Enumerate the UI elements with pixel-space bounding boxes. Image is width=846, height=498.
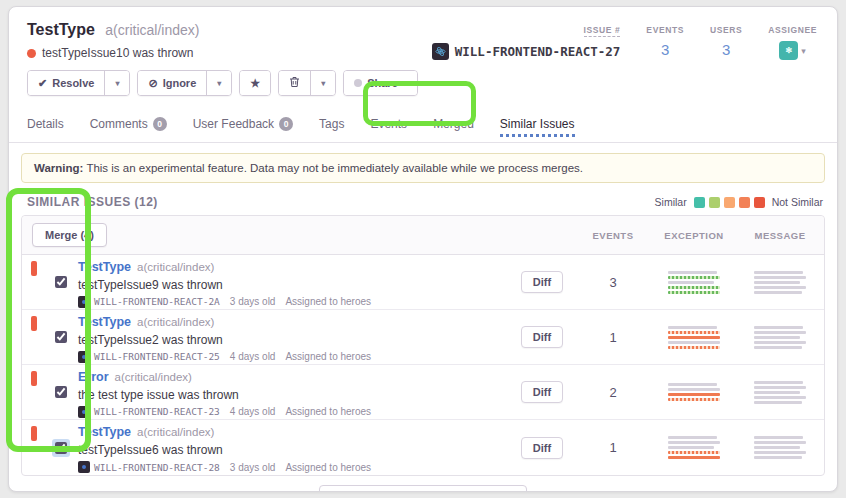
similar-issues-section-header: SIMILAR ISSUES (12) Similar Not Similar <box>27 195 823 209</box>
issue-short-id: WILL-FRONTEND-REACT-27 <box>432 43 621 60</box>
project-icon <box>78 296 90 308</box>
merge-button[interactable]: Merge (4) <box>32 223 107 247</box>
delete-dropdown-button[interactable]: ▾ <box>310 71 335 95</box>
exception-similarity-spectrum <box>668 326 720 349</box>
message-column-header: MESSAGE <box>736 230 824 241</box>
users-count[interactable]: 3 <box>722 41 730 58</box>
issue-message: testTypeIssue9 was thrown <box>78 278 510 292</box>
ignore-button[interactable]: ⊘ Ignore <box>138 71 206 95</box>
events-count: 2 <box>574 385 652 400</box>
exception-column-header: EXCEPTION <box>652 230 736 241</box>
similar-issue-row: TestTypea(critical/index) testTypeIssue9… <box>22 255 824 310</box>
exception-similarity-spectrum <box>668 271 720 294</box>
message-similarity-spectrum <box>754 326 806 349</box>
ignore-dropdown-button[interactable]: ▾ <box>206 71 231 95</box>
project-icon <box>78 406 90 418</box>
tab-similar-issues[interactable]: Similar Issues <box>500 108 575 142</box>
chevron-down-icon: ▾ <box>217 79 221 88</box>
error-level-bar <box>31 261 37 276</box>
issue-link[interactable]: TestType <box>78 425 131 439</box>
check-icon: ✔ <box>38 78 47 89</box>
issue-link[interactable]: TestType <box>78 260 131 274</box>
similar-issue-row: Errora(critical/index) the test type iss… <box>22 365 824 420</box>
assignee-avatar: ✻ <box>779 41 798 60</box>
chevron-down-icon: ▾ <box>115 79 119 88</box>
experimental-warning-banner: Warning: This is an experimental feature… <box>21 153 825 183</box>
assignee-label: ASSIGNEE <box>768 25 817 35</box>
issue-message: testTypeIssue6 was thrown <box>78 443 510 457</box>
project-icon <box>78 351 90 363</box>
select-issue-checkbox[interactable] <box>55 276 67 288</box>
issue-header: TestType a(critical/index) testTypeIssue… <box>9 7 837 60</box>
issue-stats: ISSUE # WILL-FRONTEND-REACT-27 EVENTS 3 … <box>432 21 819 60</box>
message-similarity-spectrum <box>754 271 806 294</box>
similar-issue-row: TestTypea(critical/index) testTypeIssue6… <box>22 420 824 475</box>
events-label: EVENTS <box>646 25 684 35</box>
assignee-selector[interactable]: ✻ ▾ <box>779 41 806 60</box>
tab-comments[interactable]: Comments0 <box>90 108 167 142</box>
error-level-bar <box>31 316 37 331</box>
issue-culprit: a(critical/index) <box>105 22 199 38</box>
select-issue-checkbox[interactable] <box>55 442 67 454</box>
similar-issue-row: TestTypea(critical/index) testTypeIssue2… <box>22 310 824 365</box>
events-count: 1 <box>574 330 652 345</box>
issue-short-id: WILL-FRONTEND-REACT-28 <box>78 461 220 473</box>
issue-title: TestType <box>27 21 95 38</box>
diff-button[interactable]: Diff <box>521 326 563 348</box>
issue-short-id: WILL-FRONTEND-REACT-25 <box>78 351 220 363</box>
message-similarity-spectrum <box>754 436 806 459</box>
tab-events[interactable]: Events <box>370 108 407 142</box>
bookmark-button[interactable]: ★ <box>240 71 270 95</box>
error-level-dot-icon <box>27 49 36 58</box>
similar-issues-content: Warning: This is an experimental feature… <box>9 143 837 492</box>
issue-age: 3 days old <box>230 462 276 473</box>
issue-link[interactable]: Error <box>78 370 109 384</box>
issue-assignee: Assigned to heroes <box>285 462 371 473</box>
issue-age: 4 days old <box>230 351 276 362</box>
chevron-down-icon: ▾ <box>801 46 806 56</box>
chevron-down-icon: ▾ <box>321 79 325 88</box>
issue-assignee: Assigned to heroes <box>285 296 371 307</box>
star-icon: ★ <box>250 78 260 89</box>
diff-button[interactable]: Diff <box>521 381 563 403</box>
issue-message: testTypeIssue2 was thrown <box>78 333 510 347</box>
share-button[interactable]: Share ▾ <box>344 71 417 95</box>
tab-merged[interactable]: Merged <box>433 108 474 142</box>
tab-tags[interactable]: Tags <box>319 108 344 142</box>
comments-count-badge: 0 <box>153 117 167 131</box>
issue-assignee: Assigned to heroes <box>285 351 371 362</box>
issue-detail-card: TestType a(critical/index) testTypeIssue… <box>8 6 838 492</box>
tab-details[interactable]: Details <box>27 108 64 142</box>
error-level-bar <box>31 371 37 386</box>
issue-link[interactable]: TestType <box>78 315 131 329</box>
chevron-down-icon: ▾ <box>403 79 407 88</box>
events-column-header: EVENTS <box>574 230 652 241</box>
table-header-row: Merge (4) EVENTS EXCEPTION MESSAGE <box>22 216 824 255</box>
similarity-legend: Similar Not Similar <box>655 196 823 208</box>
error-level-bar <box>31 426 37 441</box>
issue-age: 3 days old <box>230 296 276 307</box>
feedback-count-badge: 0 <box>279 117 293 131</box>
similarity-swatches <box>694 197 765 208</box>
issue-message: the test type issue was thrown <box>78 388 510 402</box>
message-similarity-spectrum <box>754 381 806 404</box>
select-issue-checkbox[interactable] <box>55 386 67 398</box>
users-label: USERS <box>710 25 742 35</box>
select-issue-checkbox[interactable] <box>55 331 67 343</box>
diff-button[interactable]: Diff <box>521 271 563 293</box>
resolve-dropdown-button[interactable]: ▾ <box>104 71 129 95</box>
events-count[interactable]: 3 <box>661 41 669 58</box>
resolve-button[interactable]: ✔ Resolve <box>28 71 104 95</box>
trash-icon <box>289 76 300 90</box>
delete-button[interactable] <box>279 71 310 95</box>
issue-age: 4 days old <box>230 406 276 417</box>
tab-user-feedback[interactable]: User Feedback0 <box>193 108 293 142</box>
similar-issues-table: Merge (4) EVENTS EXCEPTION MESSAGE TestT… <box>21 215 825 476</box>
show-issues-below-threshold-button[interactable]: Show 8 issues below threshold <box>319 485 528 492</box>
issue-tabs: Details Comments0 User Feedback0 Tags Ev… <box>9 108 837 143</box>
diff-button[interactable]: Diff <box>521 437 563 459</box>
issue-short-id: WILL-FRONTEND-REACT-2A <box>78 296 220 308</box>
share-status-icon <box>354 79 362 87</box>
issue-title-block: TestType a(critical/index) testTypeIssue… <box>27 21 199 60</box>
exception-similarity-spectrum <box>668 383 720 401</box>
